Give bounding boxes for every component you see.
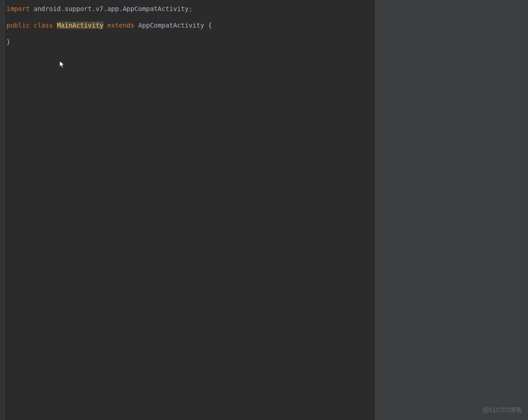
keyword-class: class xyxy=(34,22,53,29)
watermark-text: @51CTO博客 xyxy=(482,406,522,414)
class-name-main: MainActivity xyxy=(57,22,103,29)
super-class-name: AppCompatActivity xyxy=(138,22,204,29)
code-line-2[interactable]: public class MainActivity extends AppCom… xyxy=(6,21,373,29)
import-package: android.support.v7.app.AppCompatActivity xyxy=(34,5,189,12)
code-line-3[interactable]: } xyxy=(6,38,373,46)
editor-gutter xyxy=(0,0,5,420)
keyword-import: import xyxy=(6,5,30,12)
brace-open: { xyxy=(208,22,212,29)
keyword-public: public xyxy=(6,22,30,29)
right-side-panel xyxy=(375,0,528,420)
semicolon: ; xyxy=(189,5,192,12)
blank-line[interactable] xyxy=(6,29,373,38)
keyword-extends: extends xyxy=(107,22,134,29)
code-line-1[interactable]: import android.support.v7.app.AppCompatA… xyxy=(6,5,373,13)
blank-line[interactable] xyxy=(6,13,373,21)
editor-container: import android.support.v7.app.AppCompatA… xyxy=(0,0,528,420)
mouse-cursor-icon xyxy=(60,61,65,68)
code-editor[interactable]: import android.support.v7.app.AppCompatA… xyxy=(5,0,375,420)
brace-close: } xyxy=(6,38,10,45)
